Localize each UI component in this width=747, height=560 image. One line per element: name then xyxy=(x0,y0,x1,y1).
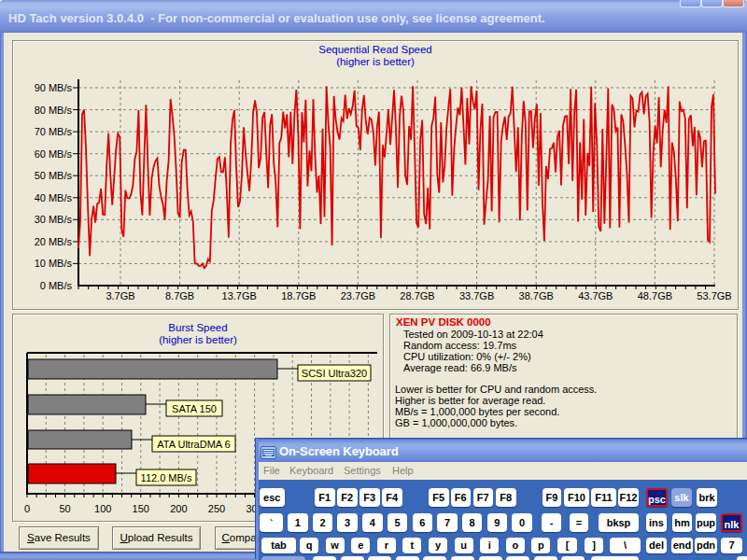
svg-text:SATA 150: SATA 150 xyxy=(172,403,217,414)
svg-text:100: 100 xyxy=(94,503,111,514)
svg-text:0: 0 xyxy=(24,503,30,514)
svg-text:200: 200 xyxy=(170,503,187,514)
svg-text:150: 150 xyxy=(133,503,149,514)
svg-text:ATA UltraDMA 6: ATA UltraDMA 6 xyxy=(157,439,230,450)
svg-text:112.0 MB/s: 112.0 MB/s xyxy=(141,472,192,483)
svg-text:50: 50 xyxy=(59,503,70,514)
svg-text:SCSI Ultra320: SCSI Ultra320 xyxy=(302,368,367,379)
svg-text:250: 250 xyxy=(208,503,225,514)
